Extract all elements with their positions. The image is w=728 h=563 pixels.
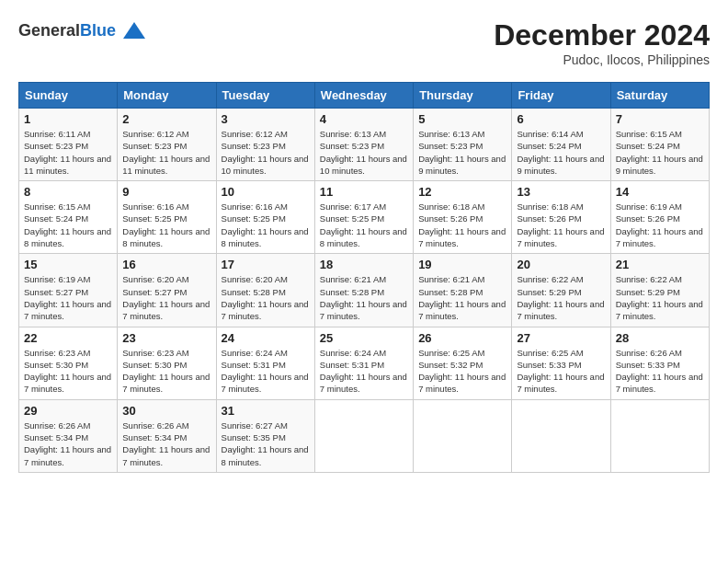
day-number: 8 xyxy=(24,185,112,199)
calendar-day-cell: 26Sunrise: 6:25 AM Sunset: 5:32 PM Dayli… xyxy=(414,327,512,399)
day-of-week-header: Monday xyxy=(118,83,216,109)
day-detail: Sunrise: 6:18 AM Sunset: 5:26 PM Dayligh… xyxy=(517,201,605,249)
calendar-day-cell: 6Sunrise: 6:14 AM Sunset: 5:24 PM Daylig… xyxy=(512,109,610,181)
logo-blue-text: Blue xyxy=(80,21,116,40)
day-detail: Sunrise: 6:21 AM Sunset: 5:28 PM Dayligh… xyxy=(418,273,506,322)
day-number: 17 xyxy=(222,258,310,271)
calendar-day-cell: 8Sunrise: 6:15 AM Sunset: 5:24 PM Daylig… xyxy=(19,181,118,254)
day-of-week-header: Thursday xyxy=(414,83,512,109)
day-detail: Sunrise: 6:11 AM Sunset: 5:23 PM Dayligh… xyxy=(24,128,112,177)
day-number: 1 xyxy=(24,112,112,126)
calendar-day-cell: 19Sunrise: 6:21 AM Sunset: 5:28 PM Dayli… xyxy=(414,254,512,327)
header-row: SundayMondayTuesdayWednesdayThursdayFrid… xyxy=(19,83,710,109)
day-of-week-header: Saturday xyxy=(610,83,709,109)
calendar-day-cell: 9Sunrise: 6:16 AM Sunset: 5:25 PM Daylig… xyxy=(118,181,216,254)
logo-general-text: General xyxy=(18,21,80,40)
day-number: 2 xyxy=(122,112,210,126)
location: Pudoc, Ilocos, Philippines xyxy=(494,52,710,67)
calendar-day-cell: 16Sunrise: 6:20 AM Sunset: 5:27 PM Dayli… xyxy=(118,254,216,327)
day-detail: Sunrise: 6:23 AM Sunset: 5:30 PM Dayligh… xyxy=(24,347,112,396)
calendar-day-cell: 11Sunrise: 6:17 AM Sunset: 5:25 PM Dayli… xyxy=(314,181,413,254)
logo: GeneralBlue xyxy=(18,18,147,44)
day-detail: Sunrise: 6:22 AM Sunset: 5:29 PM Dayligh… xyxy=(517,273,605,322)
day-number: 13 xyxy=(517,185,605,199)
day-detail: Sunrise: 6:19 AM Sunset: 5:27 PM Dayligh… xyxy=(24,273,112,322)
day-detail: Sunrise: 6:25 AM Sunset: 5:33 PM Dayligh… xyxy=(517,347,605,396)
day-detail: Sunrise: 6:26 AM Sunset: 5:33 PM Dayligh… xyxy=(616,347,704,396)
calendar-day-cell: 27Sunrise: 6:25 AM Sunset: 5:33 PM Dayli… xyxy=(512,327,610,399)
day-detail: Sunrise: 6:21 AM Sunset: 5:28 PM Dayligh… xyxy=(320,273,408,322)
calendar-day-cell: 2Sunrise: 6:12 AM Sunset: 5:23 PM Daylig… xyxy=(118,109,216,181)
day-detail: Sunrise: 6:24 AM Sunset: 5:31 PM Dayligh… xyxy=(320,347,408,396)
day-number: 19 xyxy=(418,258,506,271)
svg-marker-0 xyxy=(123,22,145,39)
day-detail: Sunrise: 6:25 AM Sunset: 5:32 PM Dayligh… xyxy=(418,347,506,396)
day-number: 22 xyxy=(24,331,112,345)
calendar-day-cell xyxy=(610,399,709,472)
day-number: 10 xyxy=(222,185,310,199)
calendar-week-row: 15Sunrise: 6:19 AM Sunset: 5:27 PM Dayli… xyxy=(19,254,710,327)
calendar-day-cell: 14Sunrise: 6:19 AM Sunset: 5:26 PM Dayli… xyxy=(610,181,709,254)
page-header: GeneralBlue December 2024 Pudoc, Ilocos,… xyxy=(18,18,710,67)
day-number: 23 xyxy=(122,331,210,345)
day-detail: Sunrise: 6:20 AM Sunset: 5:27 PM Dayligh… xyxy=(122,273,210,322)
day-detail: Sunrise: 6:18 AM Sunset: 5:26 PM Dayligh… xyxy=(418,201,506,249)
calendar-day-cell xyxy=(512,399,610,472)
calendar-week-row: 8Sunrise: 6:15 AM Sunset: 5:24 PM Daylig… xyxy=(19,181,710,254)
day-detail: Sunrise: 6:16 AM Sunset: 5:25 PM Dayligh… xyxy=(222,201,310,249)
calendar-week-row: 1Sunrise: 6:11 AM Sunset: 5:23 PM Daylig… xyxy=(19,109,710,181)
calendar-day-cell: 10Sunrise: 6:16 AM Sunset: 5:25 PM Dayli… xyxy=(216,181,314,254)
calendar-day-cell: 18Sunrise: 6:21 AM Sunset: 5:28 PM Dayli… xyxy=(314,254,413,327)
day-detail: Sunrise: 6:26 AM Sunset: 5:34 PM Dayligh… xyxy=(24,419,112,468)
calendar-day-cell: 4Sunrise: 6:13 AM Sunset: 5:23 PM Daylig… xyxy=(314,109,413,181)
day-detail: Sunrise: 6:19 AM Sunset: 5:26 PM Dayligh… xyxy=(616,201,704,249)
day-number: 30 xyxy=(122,404,210,418)
calendar-day-cell xyxy=(314,399,413,472)
day-number: 15 xyxy=(24,258,112,271)
day-number: 28 xyxy=(616,331,704,345)
calendar-day-cell xyxy=(414,399,512,472)
day-detail: Sunrise: 6:12 AM Sunset: 5:23 PM Dayligh… xyxy=(122,128,210,177)
day-number: 12 xyxy=(418,185,506,199)
month-year: December 2024 xyxy=(494,18,710,52)
calendar-day-cell: 3Sunrise: 6:12 AM Sunset: 5:23 PM Daylig… xyxy=(216,109,314,181)
day-detail: Sunrise: 6:22 AM Sunset: 5:29 PM Dayligh… xyxy=(616,273,704,322)
day-number: 11 xyxy=(320,185,408,199)
day-detail: Sunrise: 6:14 AM Sunset: 5:24 PM Dayligh… xyxy=(517,128,605,177)
day-detail: Sunrise: 6:27 AM Sunset: 5:35 PM Dayligh… xyxy=(222,419,310,468)
day-number: 26 xyxy=(418,331,506,345)
calendar-day-cell: 24Sunrise: 6:24 AM Sunset: 5:31 PM Dayli… xyxy=(216,327,314,399)
calendar-week-row: 29Sunrise: 6:26 AM Sunset: 5:34 PM Dayli… xyxy=(19,399,710,472)
day-number: 9 xyxy=(122,185,210,199)
day-number: 6 xyxy=(517,112,605,126)
calendar-day-cell: 17Sunrise: 6:20 AM Sunset: 5:28 PM Dayli… xyxy=(216,254,314,327)
day-of-week-header: Wednesday xyxy=(314,83,413,109)
calendar-day-cell: 21Sunrise: 6:22 AM Sunset: 5:29 PM Dayli… xyxy=(610,254,709,327)
day-of-week-header: Tuesday xyxy=(216,83,314,109)
day-number: 14 xyxy=(616,185,704,199)
title-block: December 2024 Pudoc, Ilocos, Philippines xyxy=(494,18,710,67)
calendar-day-cell: 7Sunrise: 6:15 AM Sunset: 5:24 PM Daylig… xyxy=(610,109,709,181)
day-number: 18 xyxy=(320,258,408,271)
calendar-day-cell: 13Sunrise: 6:18 AM Sunset: 5:26 PM Dayli… xyxy=(512,181,610,254)
day-number: 7 xyxy=(616,112,704,126)
day-of-week-header: Friday xyxy=(512,83,610,109)
calendar-day-cell: 15Sunrise: 6:19 AM Sunset: 5:27 PM Dayli… xyxy=(19,254,118,327)
day-detail: Sunrise: 6:17 AM Sunset: 5:25 PM Dayligh… xyxy=(320,201,408,249)
day-detail: Sunrise: 6:12 AM Sunset: 5:23 PM Dayligh… xyxy=(222,128,310,177)
day-detail: Sunrise: 6:13 AM Sunset: 5:23 PM Dayligh… xyxy=(418,128,506,177)
logo-icon xyxy=(121,18,147,44)
calendar-day-cell: 30Sunrise: 6:26 AM Sunset: 5:34 PM Dayli… xyxy=(118,399,216,472)
calendar-day-cell: 1Sunrise: 6:11 AM Sunset: 5:23 PM Daylig… xyxy=(19,109,118,181)
day-detail: Sunrise: 6:16 AM Sunset: 5:25 PM Dayligh… xyxy=(122,201,210,249)
day-number: 21 xyxy=(616,258,704,271)
calendar-day-cell: 23Sunrise: 6:23 AM Sunset: 5:30 PM Dayli… xyxy=(118,327,216,399)
day-detail: Sunrise: 6:20 AM Sunset: 5:28 PM Dayligh… xyxy=(222,273,310,322)
day-number: 27 xyxy=(517,331,605,345)
calendar-day-cell: 20Sunrise: 6:22 AM Sunset: 5:29 PM Dayli… xyxy=(512,254,610,327)
day-number: 4 xyxy=(320,112,408,126)
day-number: 5 xyxy=(418,112,506,126)
day-number: 31 xyxy=(222,404,310,418)
day-of-week-header: Sunday xyxy=(19,83,118,109)
day-number: 16 xyxy=(122,258,210,271)
